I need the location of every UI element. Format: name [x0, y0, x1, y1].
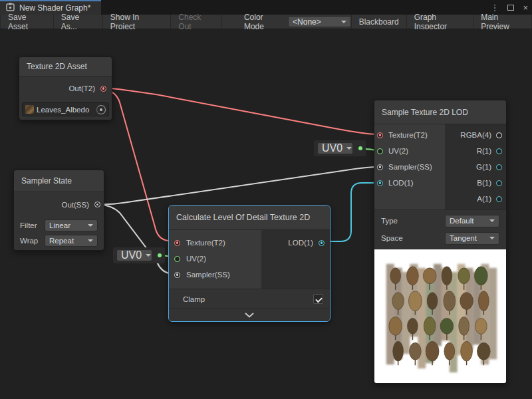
- port-label: RGBA(4): [460, 131, 491, 139]
- chevron-down-icon: [146, 254, 151, 257]
- port-uv-2[interactable]: [174, 256, 180, 262]
- menu-icon[interactable]: ⋮: [490, 3, 499, 13]
- space-value: Tangent: [450, 234, 477, 242]
- chevron-down-icon: [88, 224, 93, 227]
- port-uv-2[interactable]: [377, 148, 383, 154]
- close-icon[interactable]: ×: [523, 3, 528, 13]
- port-texture-t2[interactable]: [377, 132, 383, 138]
- chevron-down-icon: [341, 21, 346, 23]
- wire-texture-to-calculate: [104, 88, 175, 241]
- texture-name: Leaves_Albedo: [37, 106, 92, 114]
- port-label: G(1): [476, 163, 491, 171]
- chevron-down-icon: [346, 147, 352, 150]
- tab-title: New Shader Graph*: [19, 3, 90, 13]
- node-sample-texture-2d-lod[interactable]: Sample Texture 2D LOD Texture(T2) UV(2) …: [374, 100, 507, 384]
- wrap-dropdown[interactable]: Repeat: [45, 235, 98, 247]
- type-value: Default: [450, 217, 473, 225]
- filter-value: Linear: [49, 221, 70, 229]
- chevron-down-icon: [88, 239, 93, 242]
- port-texture-t2[interactable]: [174, 240, 180, 246]
- wire-endpoint-dot: [358, 146, 362, 150]
- port-label: B(1): [477, 179, 491, 187]
- node-header[interactable]: Calculate Level Of Detail Texture 2D: [169, 205, 330, 230]
- uv-channel-widget: UV0: [113, 247, 165, 263]
- filter-dropdown[interactable]: Linear: [45, 219, 98, 231]
- color-mode-value: <None>: [293, 17, 321, 27]
- graph-canvas[interactable]: Texture 2D Asset Out(T2) Leaves_Albedo S…: [0, 29, 532, 399]
- wrap-label: Wrap: [20, 237, 38, 245]
- chevron-down-icon: [489, 237, 495, 239]
- uv-channel-dropdown[interactable]: UV0: [317, 142, 353, 154]
- port-out-t2[interactable]: [100, 86, 106, 92]
- main-preview-button[interactable]: Main Preview: [473, 15, 532, 29]
- type-label: Type: [381, 217, 398, 225]
- save-asset-button[interactable]: Save Asset: [0, 15, 54, 29]
- port-b-1[interactable]: [496, 180, 502, 186]
- wire-sampler-to-sample: [97, 167, 375, 204]
- wire-endpoint-dot: [158, 253, 162, 257]
- maximize-icon[interactable]: [507, 5, 514, 11]
- node-header[interactable]: Texture 2D Asset: [19, 57, 112, 76]
- wire-sampler-to-calculate: [97, 204, 176, 274]
- clamp-label: Clamp: [183, 295, 205, 303]
- check-out-button: Check Out: [171, 15, 222, 29]
- object-picker-icon[interactable]: [96, 105, 106, 114]
- texture-object-field[interactable]: Leaves_Albedo: [22, 102, 109, 116]
- show-in-project-button[interactable]: Show In Project: [103, 15, 171, 29]
- collapse-chevron-button[interactable]: [169, 309, 330, 321]
- port-label: A(1): [477, 195, 491, 203]
- space-label: Space: [381, 234, 403, 242]
- node-preview-image: [374, 249, 506, 383]
- toolbar: Save Asset Save As... Show In Project Ch…: [0, 15, 532, 29]
- node-header[interactable]: Sample Texture 2D LOD: [374, 100, 506, 124]
- port-g-1[interactable]: [496, 164, 502, 170]
- blackboard-button[interactable]: Blackboard: [351, 15, 407, 29]
- port-sampler-ss[interactable]: [174, 272, 180, 278]
- port-label: Out(T2): [68, 84, 95, 92]
- port-label: Sampler(SS): [186, 271, 230, 279]
- space-dropdown[interactable]: Tangent: [445, 232, 499, 245]
- port-lod-1[interactable]: [319, 240, 325, 246]
- port-label: Texture(T2): [388, 131, 428, 139]
- port-rgba-4[interactable]: [496, 132, 502, 138]
- port-out-ss[interactable]: [94, 201, 100, 207]
- node-sampler-state[interactable]: Sampler State Out(SS) Filter Linear Wrap…: [13, 170, 104, 251]
- shader-graph-window: New Shader Graph* ⋮ × Save Asset Save As…: [0, 0, 532, 399]
- clamp-checkbox[interactable]: [313, 294, 323, 304]
- port-label: Out(SS): [61, 201, 89, 209]
- wire-lod-to-sample: [326, 183, 375, 241]
- port-label: UV(2): [388, 147, 408, 155]
- port-label: Sampler(SS): [388, 163, 432, 171]
- uv-channel-value: UV0: [121, 249, 142, 261]
- port-r-1[interactable]: [496, 148, 502, 154]
- filter-label: Filter: [20, 221, 37, 229]
- port-a-1[interactable]: [496, 196, 502, 202]
- node-texture-2d-asset[interactable]: Texture 2D Asset Out(T2) Leaves_Albedo: [19, 57, 112, 120]
- color-mode-label: Color Mode: [244, 13, 283, 31]
- node-calculate-lod-texture-2d[interactable]: Calculate Level Of Detail Texture 2D Tex…: [168, 205, 331, 322]
- port-label: LOD(1): [288, 239, 313, 247]
- type-dropdown[interactable]: Default: [445, 215, 499, 227]
- port-label: Texture(T2): [186, 239, 225, 247]
- chevron-down-icon: [489, 219, 495, 222]
- texture-thumbnail-icon: [25, 105, 34, 114]
- save-as-button[interactable]: Save As...: [54, 15, 103, 29]
- port-lod-1[interactable]: [377, 180, 383, 186]
- uv-channel-value: UV0: [322, 142, 342, 154]
- chevron-down-icon: [245, 313, 254, 318]
- wire-texture-to-sample: [102, 88, 375, 134]
- port-sampler-ss[interactable]: [377, 164, 383, 170]
- uv-channel-dropdown[interactable]: UV0: [116, 249, 152, 261]
- color-mode-dropdown[interactable]: <None>: [288, 16, 351, 27]
- port-label: R(1): [477, 147, 491, 155]
- port-label: LOD(1): [388, 179, 414, 187]
- wrap-value: Repeat: [49, 237, 74, 245]
- port-label: UV(2): [186, 255, 206, 263]
- graph-inspector-button[interactable]: Graph Inspector: [407, 15, 473, 29]
- node-header[interactable]: Sampler State: [14, 170, 104, 192]
- uv-channel-widget: UV0: [314, 140, 366, 156]
